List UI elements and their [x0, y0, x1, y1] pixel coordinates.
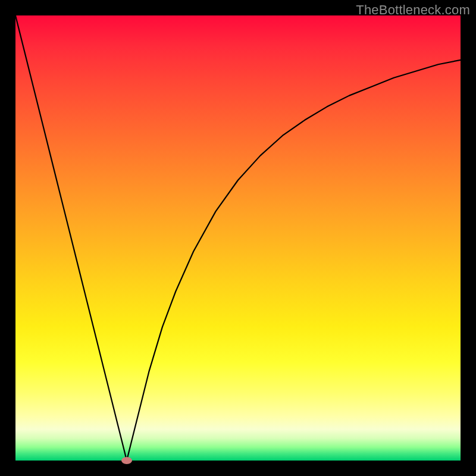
optimal-point-marker	[121, 457, 132, 464]
watermark-text: TheBottleneck.com	[356, 2, 470, 18]
chart-plot-area	[15, 15, 461, 461]
bottleneck-curve	[15, 15, 461, 461]
chart-frame: TheBottleneck.com	[0, 0, 476, 476]
